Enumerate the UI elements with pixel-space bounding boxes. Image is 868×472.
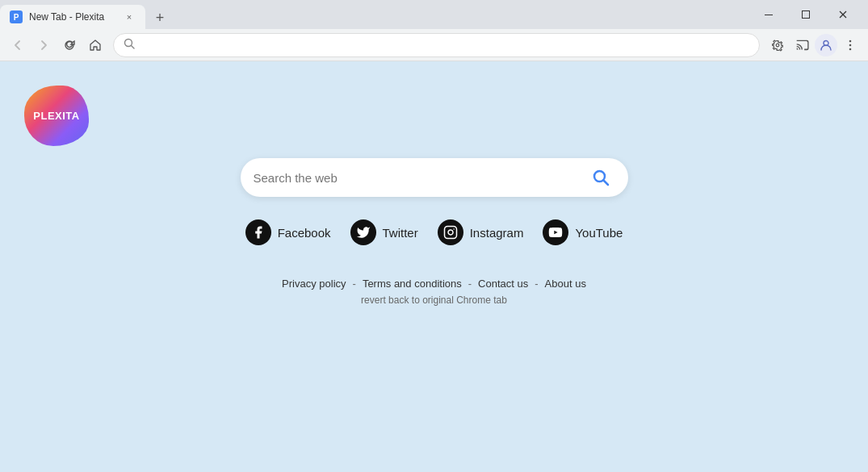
- address-bar[interactable]: [113, 33, 760, 57]
- facebook-link[interactable]: Facebook: [245, 219, 331, 245]
- svg-rect-0: [765, 15, 773, 15]
- terms-link[interactable]: Terms and conditions: [363, 278, 462, 290]
- facebook-label: Facebook: [278, 226, 331, 240]
- svg-point-10: [849, 48, 852, 50]
- youtube-link[interactable]: YouTube: [543, 219, 623, 245]
- revert-link[interactable]: revert back to original Chrome tab: [361, 294, 507, 306]
- svg-point-9: [849, 44, 852, 46]
- search-button[interactable]: [586, 163, 615, 192]
- instagram-link[interactable]: Instagram: [438, 219, 524, 245]
- tab-title: New Tab - Plexita: [29, 11, 116, 23]
- privacy-policy-link[interactable]: Privacy policy: [282, 278, 346, 290]
- reload-button[interactable]: [58, 34, 81, 56]
- minimize-button[interactable]: [750, 0, 787, 29]
- svg-line-12: [603, 181, 608, 186]
- separator-1: -: [353, 278, 356, 290]
- social-links: Facebook Twitter Instagram: [245, 219, 623, 245]
- facebook-icon: [245, 219, 271, 245]
- youtube-icon: [543, 219, 568, 245]
- twitter-label: Twitter: [383, 226, 418, 240]
- toolbar-actions: [766, 34, 862, 56]
- cast-button[interactable]: [790, 34, 813, 56]
- twitter-link[interactable]: Twitter: [350, 219, 418, 245]
- footer: Privacy policy - Terms and conditions - …: [282, 278, 586, 306]
- youtube-label: YouTube: [575, 226, 623, 240]
- page-content: PLEXITA Facebook: [0, 61, 868, 472]
- footer-links: Privacy policy - Terms and conditions - …: [282, 278, 586, 290]
- back-button[interactable]: [6, 34, 29, 56]
- address-search-icon: [124, 38, 135, 52]
- forward-button[interactable]: [32, 34, 55, 56]
- new-tab-button[interactable]: +: [149, 6, 171, 29]
- close-button[interactable]: [824, 0, 862, 29]
- chrome-window: P New Tab - Plexita × +: [0, 0, 868, 472]
- tab-favicon: P: [10, 10, 23, 23]
- svg-point-8: [849, 40, 852, 42]
- svg-rect-13: [444, 227, 456, 239]
- more-button[interactable]: [839, 34, 862, 56]
- logo-container: PLEXITA: [24, 86, 89, 146]
- contact-link[interactable]: Contact us: [478, 278, 528, 290]
- tab-strip: P New Tab - Plexita × +: [0, 0, 750, 29]
- instagram-label: Instagram: [470, 226, 524, 240]
- maximize-button[interactable]: [787, 0, 824, 29]
- profile-button[interactable]: [815, 34, 837, 56]
- separator-3: -: [535, 278, 538, 290]
- search-input[interactable]: [254, 171, 577, 185]
- browser-toolbar: [0, 29, 868, 61]
- svg-rect-1: [803, 11, 810, 19]
- twitter-icon: [350, 219, 376, 245]
- svg-line-5: [132, 46, 135, 49]
- separator-2: -: [468, 278, 472, 290]
- home-button[interactable]: [84, 34, 107, 56]
- window-controls: [750, 0, 868, 29]
- logo-text: PLEXITA: [33, 110, 79, 123]
- title-bar: P New Tab - Plexita × +: [0, 0, 868, 29]
- instagram-icon: [438, 219, 463, 245]
- tab-close-button[interactable]: ×: [123, 10, 136, 23]
- active-tab[interactable]: P New Tab - Plexita ×: [0, 5, 145, 29]
- about-link[interactable]: About us: [545, 278, 586, 290]
- logo-blob: PLEXITA: [24, 86, 89, 146]
- extensions-button[interactable]: [766, 34, 789, 56]
- svg-point-6: [776, 44, 779, 47]
- search-box[interactable]: [241, 158, 628, 197]
- search-area: Facebook Twitter Instagram: [241, 158, 628, 245]
